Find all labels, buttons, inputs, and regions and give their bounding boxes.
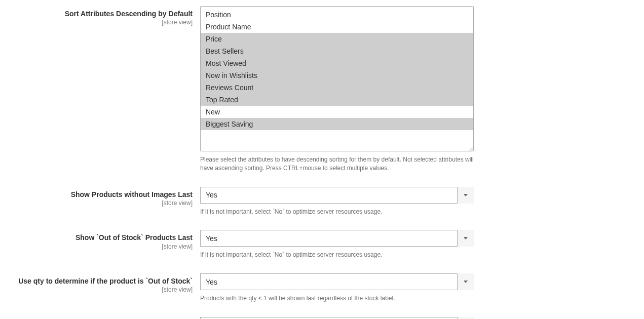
option-biggest-saving[interactable]: Biggest Saving — [201, 118, 473, 130]
option-best-sellers[interactable]: Best Sellers — [201, 45, 473, 57]
field-label: Use qty to determine if the product is `… — [0, 276, 193, 286]
scope-label: [store view] — [0, 19, 193, 26]
select-wrapper: Yes — [200, 187, 474, 204]
debug-mode-select[interactable]: No — [200, 317, 474, 319]
field-note: Please select the attributes to have des… — [200, 155, 474, 173]
control-column: No — [200, 317, 474, 319]
select-wrapper: No — [200, 317, 474, 319]
label-column: Use qty to determine if the product is `… — [0, 273, 200, 293]
option-new[interactable]: New — [201, 106, 473, 118]
option-position[interactable]: Position — [201, 9, 473, 21]
field-label: Show `Out of Stock` Products Last — [0, 233, 193, 242]
control-column: Yes If it is not important, select `No` … — [200, 187, 474, 216]
field-show-out-of-stock-last: Show `Out of Stock` Products Last [store… — [0, 230, 644, 259]
label-column: Sort Attributes Descending by Default [s… — [0, 6, 200, 26]
field-use-qty-out-of-stock: Use qty to determine if the product is `… — [0, 273, 644, 303]
field-show-products-without-images-last: Show Products without Images Last [store… — [0, 187, 644, 216]
field-note: If it is not important, select `No` to o… — [200, 208, 474, 216]
use-qty-oos-select[interactable]: Yes — [200, 273, 474, 290]
option-now-in-wishlists[interactable]: Now in Wishlists — [201, 69, 473, 82]
field-label: Sort Attributes Descending by Default — [0, 9, 193, 18]
select-wrapper: Yes — [200, 273, 474, 290]
label-column: Enable debug mode [store view] — [0, 317, 200, 319]
field-note: Products with the qty < 1 will be shown … — [200, 294, 474, 303]
field-note: If it is not important, select `No` to o… — [200, 251, 474, 259]
scope-label: [store view] — [0, 243, 193, 250]
scope-label: [store view] — [0, 286, 193, 293]
label-column: Show Products without Images Last [store… — [0, 187, 200, 207]
control-column: Yes Products with the qty < 1 will be sh… — [200, 273, 474, 303]
select-wrapper: Yes — [200, 230, 474, 247]
option-product-name[interactable]: Product Name — [201, 21, 473, 33]
control-column: Position Product Name Price Best Sellers… — [200, 6, 474, 173]
control-column: Yes If it is not important, select `No` … — [200, 230, 474, 259]
field-enable-debug-mode: Enable debug mode [store view] No — [0, 317, 644, 319]
option-reviews-count[interactable]: Reviews Count — [201, 82, 473, 94]
option-price[interactable]: Price — [201, 33, 473, 45]
show-oos-last-select[interactable]: Yes — [200, 230, 474, 247]
label-column: Show `Out of Stock` Products Last [store… — [0, 230, 200, 250]
scope-label: [store view] — [0, 200, 193, 207]
show-no-image-last-select[interactable]: Yes — [200, 187, 474, 204]
option-most-viewed[interactable]: Most Viewed — [201, 57, 473, 69]
field-sort-attributes-descending: Sort Attributes Descending by Default [s… — [0, 0, 644, 173]
field-label: Show Products without Images Last — [0, 190, 193, 199]
option-top-rated[interactable]: Top Rated — [201, 94, 473, 106]
sort-attributes-multiselect[interactable]: Position Product Name Price Best Sellers… — [200, 6, 474, 151]
